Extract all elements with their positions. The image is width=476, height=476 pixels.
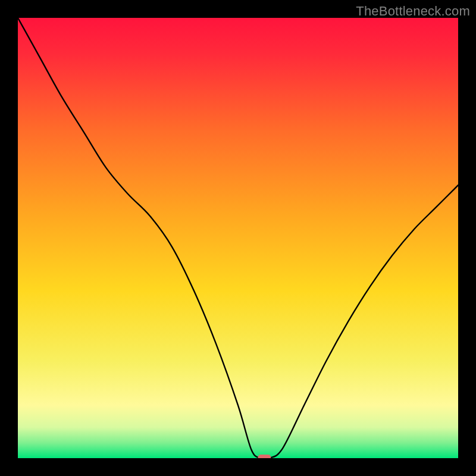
- chart-frame: TheBottleneck.com: [0, 0, 476, 476]
- optimum-marker: [258, 455, 271, 458]
- chart-svg: [18, 18, 458, 458]
- watermark-text: TheBottleneck.com: [356, 4, 470, 19]
- chart-plot: [18, 18, 458, 458]
- chart-background: [18, 18, 458, 458]
